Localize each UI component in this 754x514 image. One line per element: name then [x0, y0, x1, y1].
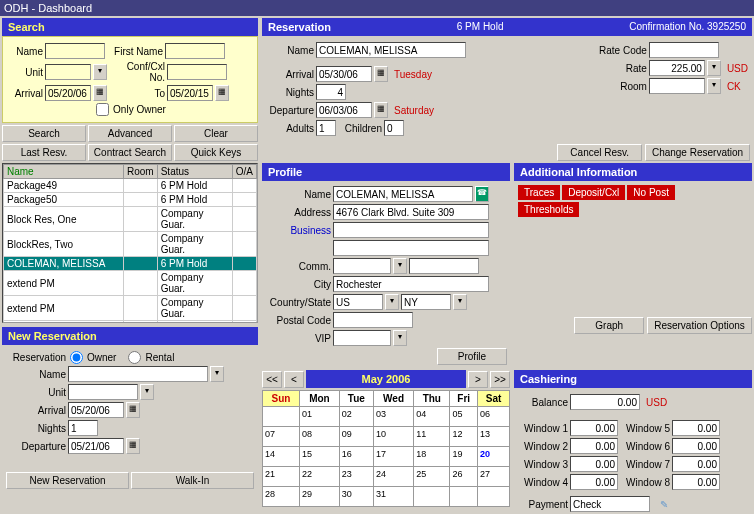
- calendar-icon[interactable]: ▦: [126, 402, 140, 418]
- cal-day[interactable]: [478, 487, 510, 507]
- last-resv-button[interactable]: Last Resv.: [2, 144, 86, 161]
- unit-input[interactable]: [45, 64, 91, 80]
- arrival-input[interactable]: [45, 85, 91, 101]
- dropdown-icon[interactable]: ▾: [453, 294, 467, 310]
- cal-day[interactable]: 14: [263, 447, 300, 467]
- dropdown-icon[interactable]: ▾: [393, 330, 407, 346]
- search-button[interactable]: Search: [2, 125, 86, 142]
- table-row[interactable]: Package496 PM Hold: [4, 179, 257, 193]
- cal-day[interactable]: 23: [339, 467, 373, 487]
- cal-next-button[interactable]: >: [468, 371, 488, 388]
- dropdown-icon[interactable]: ▾: [393, 258, 407, 274]
- table-row[interactable]: Package506 PM Hold: [4, 193, 257, 207]
- cal-day[interactable]: 08: [300, 427, 340, 447]
- calendar-icon[interactable]: ▦: [215, 85, 229, 101]
- dropdown-icon[interactable]: ▾: [210, 366, 224, 382]
- cal-day[interactable]: 12: [450, 427, 478, 447]
- quick-keys-button[interactable]: Quick Keys: [174, 144, 258, 161]
- nr-unit-input[interactable]: [68, 384, 138, 400]
- owner-radio[interactable]: [70, 351, 83, 364]
- state-input[interactable]: [401, 294, 451, 310]
- resv-arrival-input[interactable]: [316, 66, 372, 82]
- city-input[interactable]: [333, 276, 489, 292]
- window-input[interactable]: [570, 438, 618, 454]
- children-input[interactable]: [384, 120, 404, 136]
- calendar-icon[interactable]: ▦: [93, 85, 107, 101]
- cal-day[interactable]: 25: [414, 467, 450, 487]
- calendar-icon[interactable]: ▦: [126, 438, 140, 454]
- vip-input[interactable]: [333, 330, 391, 346]
- walkin-button[interactable]: Walk-In: [131, 472, 254, 489]
- dropdown-icon[interactable]: ▾: [707, 60, 721, 76]
- cal-first-button[interactable]: <<: [262, 371, 282, 388]
- contract-search-button[interactable]: Contract Search: [88, 144, 172, 161]
- adults-input[interactable]: [316, 120, 336, 136]
- dropdown-icon[interactable]: ▾: [140, 384, 154, 400]
- clear-button[interactable]: Clear: [174, 125, 258, 142]
- business-input[interactable]: [333, 222, 489, 238]
- profile-button[interactable]: Profile: [437, 348, 507, 365]
- cal-day[interactable]: 29: [300, 487, 340, 507]
- firstname-input[interactable]: [165, 43, 225, 59]
- cal-day[interactable]: 05: [450, 407, 478, 427]
- comm2-input[interactable]: [409, 258, 479, 274]
- cal-day[interactable]: 16: [339, 447, 373, 467]
- col-room[interactable]: Room: [124, 165, 158, 179]
- cal-day[interactable]: 03: [373, 407, 413, 427]
- nr-nights-input[interactable]: [68, 420, 98, 436]
- unit-dropdown-icon[interactable]: ▾: [93, 64, 107, 80]
- pf-name-input[interactable]: [333, 186, 473, 202]
- dropdown-icon[interactable]: ▾: [707, 78, 721, 94]
- nr-arrival-input[interactable]: [68, 402, 124, 418]
- dropdown-icon[interactable]: ▾: [385, 294, 399, 310]
- cal-day[interactable]: 13: [478, 427, 510, 447]
- window-input[interactable]: [570, 456, 618, 472]
- cal-prev-button[interactable]: <: [284, 371, 304, 388]
- cal-day[interactable]: 26: [450, 467, 478, 487]
- window-input[interactable]: [570, 420, 618, 436]
- window-input[interactable]: [672, 420, 720, 436]
- cal-day[interactable]: 11: [414, 427, 450, 447]
- advanced-button[interactable]: Advanced: [88, 125, 172, 142]
- deposit-tag[interactable]: Deposit/Cxl: [562, 185, 625, 200]
- payment-input[interactable]: [570, 496, 650, 512]
- window-input[interactable]: [570, 474, 618, 490]
- cal-day[interactable]: 20: [478, 447, 510, 467]
- ratecode-input[interactable]: [649, 42, 719, 58]
- cal-day[interactable]: [414, 487, 450, 507]
- cal-day[interactable]: 07: [263, 427, 300, 447]
- cal-day[interactable]: 28: [263, 487, 300, 507]
- cal-day[interactable]: 15: [300, 447, 340, 467]
- cancel-resv-button[interactable]: Cancel Resv.: [557, 144, 642, 161]
- postal-input[interactable]: [333, 312, 413, 328]
- resv-departure-input[interactable]: [316, 102, 372, 118]
- thresholds-tag[interactable]: Thresholds: [518, 202, 579, 217]
- nr-name-input[interactable]: [68, 366, 208, 382]
- calendar-icon[interactable]: ▦: [374, 66, 388, 82]
- cal-day[interactable]: 18: [414, 447, 450, 467]
- table-row[interactable]: COLEMAN, MELISSA6 PM Hold: [4, 257, 257, 271]
- cal-day[interactable]: 04: [414, 407, 450, 427]
- cal-day[interactable]: 30: [339, 487, 373, 507]
- col-status[interactable]: Status: [157, 165, 232, 179]
- nopost-tag[interactable]: No Post: [627, 185, 675, 200]
- col-oa[interactable]: O/A: [232, 165, 256, 179]
- to-input[interactable]: [167, 85, 213, 101]
- calendar-table[interactable]: SunMonTueWedThuFriSat0102030405060708091…: [262, 390, 510, 507]
- cal-day[interactable]: 09: [339, 427, 373, 447]
- window-input[interactable]: [672, 474, 720, 490]
- rental-radio[interactable]: [128, 351, 141, 364]
- cal-day[interactable]: 24: [373, 467, 413, 487]
- search-results-table[interactable]: Name Room Status O/A Package496 PM HoldP…: [3, 164, 257, 323]
- cal-day[interactable]: 19: [450, 447, 478, 467]
- cal-day[interactable]: [263, 407, 300, 427]
- balance-input[interactable]: [570, 394, 640, 410]
- table-row[interactable]: extend PMCompany Guar.: [4, 296, 257, 321]
- cal-day[interactable]: [450, 487, 478, 507]
- cal-day[interactable]: 22: [300, 467, 340, 487]
- cal-day[interactable]: 02: [339, 407, 373, 427]
- resv-nights-input[interactable]: [316, 84, 346, 100]
- calendar-icon[interactable]: ▦: [374, 102, 388, 118]
- graph-button[interactable]: Graph: [574, 317, 644, 334]
- room-input[interactable]: [649, 78, 705, 94]
